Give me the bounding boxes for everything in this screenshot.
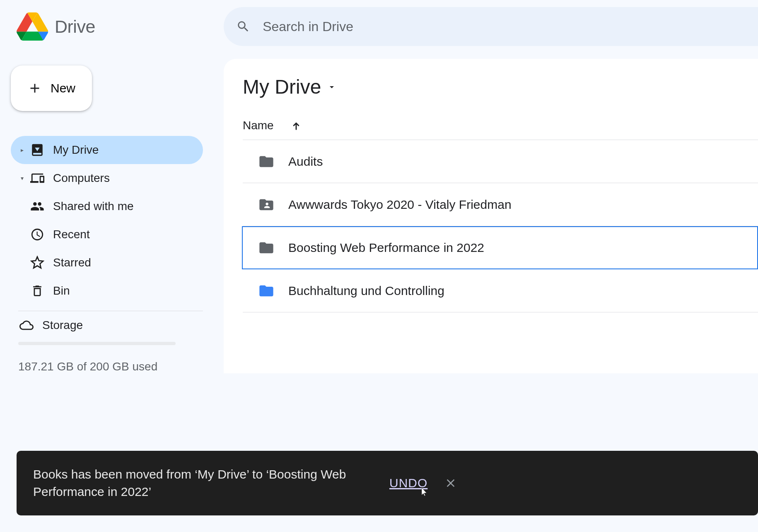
undo-button[interactable]: UNDO bbox=[389, 474, 427, 492]
storage-label: Storage bbox=[42, 319, 83, 332]
clock-icon bbox=[29, 226, 46, 243]
toast-notification: Books has been moved from ‘My Drive’ to … bbox=[17, 451, 758, 515]
plus-icon bbox=[27, 81, 42, 96]
drive-logo-icon bbox=[17, 11, 48, 42]
search-bar[interactable] bbox=[224, 7, 758, 46]
new-button-label: New bbox=[51, 81, 75, 95]
sidebar-item-label: Shared with me bbox=[53, 200, 134, 213]
sidebar-item-recent[interactable]: Recent bbox=[11, 220, 203, 249]
people-icon bbox=[29, 198, 46, 215]
main-content: My Drive Name AuditsAwwwards Tokyo 2020 … bbox=[224, 59, 758, 373]
sidebar-item-shared[interactable]: Shared with me bbox=[11, 192, 203, 220]
header: Drive bbox=[0, 0, 758, 53]
sidebar-item-storage[interactable]: Storage bbox=[18, 317, 203, 334]
search-input[interactable] bbox=[263, 19, 758, 34]
devices-icon bbox=[29, 170, 46, 186]
logo-section[interactable]: Drive bbox=[17, 11, 224, 42]
close-icon bbox=[444, 476, 457, 490]
folder-icon bbox=[257, 283, 276, 299]
arrow-up-icon bbox=[290, 120, 302, 131]
file-list: AuditsAwwwards Tokyo 2020 - Vitaly Fried… bbox=[243, 140, 758, 312]
star-icon bbox=[29, 254, 46, 271]
search-icon bbox=[236, 19, 250, 34]
drive-icon bbox=[29, 142, 46, 158]
file-row[interactable]: Awwwards Tokyo 2020 - Vitaly Friedman bbox=[243, 183, 758, 226]
chevron-down-icon bbox=[327, 82, 337, 92]
file-name: Awwwards Tokyo 2020 - Vitaly Friedman bbox=[288, 198, 512, 212]
cloud-icon bbox=[18, 317, 35, 334]
sidebar-item-my-drive[interactable]: ▸ My Drive bbox=[11, 136, 203, 164]
sidebar-item-starred[interactable]: Starred bbox=[11, 249, 203, 277]
trash-icon bbox=[29, 283, 46, 299]
folder-icon bbox=[257, 239, 276, 256]
nav-list: ▸ My Drive ▾ Computers Shared with me bbox=[11, 136, 203, 305]
folder-icon bbox=[257, 153, 276, 170]
new-button[interactable]: New bbox=[11, 65, 92, 111]
chevron-down-icon: ▾ bbox=[18, 175, 26, 181]
file-name: Boosting Web Performance in 2022 bbox=[288, 241, 484, 255]
sidebar-item-label: Recent bbox=[53, 228, 90, 241]
storage-bar bbox=[18, 342, 176, 345]
sidebar: New ▸ My Drive ▾ Computers bbox=[0, 53, 224, 373]
sidebar-item-label: My Drive bbox=[53, 143, 99, 157]
file-name: Audits bbox=[288, 155, 323, 169]
breadcrumb-title: My Drive bbox=[243, 75, 321, 98]
cursor-icon bbox=[418, 487, 428, 497]
file-row[interactable]: Boosting Web Performance in 2022 bbox=[242, 226, 758, 269]
divider bbox=[18, 311, 203, 311]
storage-section: Storage 187.21 GB of 200 GB used bbox=[11, 317, 203, 373]
shared-folder-icon bbox=[257, 196, 276, 213]
column-name: Name bbox=[243, 119, 274, 132]
sidebar-item-computers[interactable]: ▾ Computers bbox=[11, 164, 203, 192]
file-name: Buchhaltung und Controlling bbox=[288, 284, 444, 298]
sidebar-item-label: Starred bbox=[53, 256, 91, 269]
sidebar-item-label: Computers bbox=[53, 172, 110, 185]
app-name: Drive bbox=[55, 17, 95, 37]
storage-text: 187.21 GB of 200 GB used bbox=[18, 360, 203, 373]
chevron-right-icon: ▸ bbox=[18, 147, 26, 153]
close-button[interactable] bbox=[444, 476, 457, 490]
breadcrumb[interactable]: My Drive bbox=[243, 75, 758, 98]
sidebar-item-label: Bin bbox=[53, 284, 70, 297]
file-row[interactable]: Buchhaltung und Controlling bbox=[243, 269, 758, 312]
toast-message: Books has been moved from ‘My Drive’ to … bbox=[33, 466, 373, 501]
sidebar-item-bin[interactable]: Bin bbox=[11, 277, 203, 305]
table-header[interactable]: Name bbox=[243, 119, 758, 140]
file-row[interactable]: Audits bbox=[243, 140, 758, 183]
